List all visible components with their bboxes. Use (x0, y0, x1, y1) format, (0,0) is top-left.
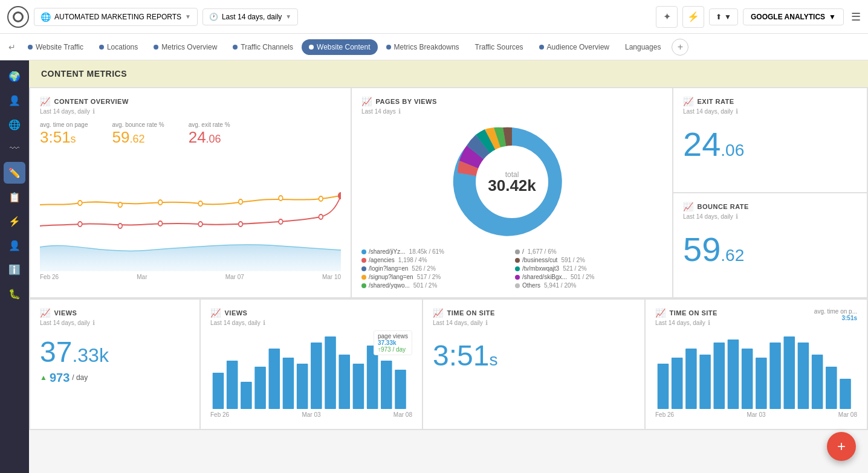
content-overview-chart (40, 150, 341, 271)
card-title-text: BOUNCE RATE (698, 203, 749, 210)
info-icon[interactable]: ℹ (92, 319, 95, 327)
sidebar-icon-edit[interactable]: ✏️ (4, 162, 25, 184)
legend-path: /shared/skiBgx... (522, 274, 567, 280)
legend-dot (515, 275, 520, 280)
legend-item: /shared/yqwo... 501 / 2% (361, 282, 509, 289)
card-subtitle: Last 14 days, daily ℹ (40, 108, 341, 115)
metric-label: avg. bounce rate % (112, 121, 164, 128)
metric-label: avg. exit rate % (189, 121, 230, 128)
svg-rect-28 (338, 355, 350, 409)
sidebar-icon-user[interactable]: 👤 (4, 89, 25, 111)
tab-traffic-channels[interactable]: Traffic Channels (225, 39, 300, 55)
metrics-row: avg. time on page 3:51s avg. bounce rate… (40, 121, 341, 147)
share-icon: ⬆ (716, 13, 722, 21)
tab-traffic-sources[interactable]: Traffic Sources (468, 39, 531, 55)
tab-website-traffic[interactable]: Website Traffic (21, 39, 91, 55)
ga-dropdown[interactable]: GOOGLE ANALYTICS ▼ (743, 8, 844, 25)
legend-item: /login?lang=en 526 / 2% (361, 265, 509, 272)
tab-website-content[interactable]: Website Content (302, 39, 378, 55)
info-icon[interactable]: ℹ (736, 213, 738, 220)
avg-badge: avg. time on p... 3:51s (814, 308, 857, 321)
sidebar-icon-location[interactable]: 🌐 (4, 114, 25, 135)
sidebar-icon-person[interactable]: 👤 (4, 234, 25, 256)
settings-icon-btn[interactable]: ⚡ (682, 6, 704, 28)
card-subtitle: Last 14 days ℹ (361, 108, 662, 115)
trend-icon: 📈 (210, 308, 221, 318)
svg-rect-38 (728, 339, 739, 409)
bottom-cards-grid: 📈 VIEWS Last 14 days, daily ℹ 37.33k ▲ 9… (29, 300, 868, 430)
legend-item: /agencies 1,198 / 4% (361, 257, 509, 263)
sidebar-icon-report[interactable]: 📋 (4, 186, 25, 208)
tab-audience-overview[interactable]: Audience Overview (532, 39, 617, 55)
tab-locations[interactable]: Locations (92, 39, 145, 55)
sidebar-icon-flash[interactable]: ⚡ (4, 210, 25, 232)
card-title: 📈 CONTENT OVERVIEW (40, 97, 341, 106)
sidebar-icon-wave[interactable]: 〰 (4, 138, 25, 159)
legend-item: /shared/skiBgx... 501 / 2% (515, 274, 662, 280)
svg-point-14 (319, 214, 323, 219)
legend-dot (361, 275, 366, 280)
legend-dot (361, 283, 366, 288)
info-icon[interactable]: ℹ (736, 108, 738, 115)
svg-rect-24 (283, 358, 294, 409)
legend-values: 526 / 2% (412, 265, 435, 272)
tab-dot (154, 45, 158, 50)
sidebar-icon-globe[interactable]: 🌍 (4, 65, 25, 87)
info-icon[interactable]: ℹ (263, 319, 265, 327)
sidebar-icon-bug[interactable]: 🐛 (4, 283, 25, 304)
legend-dot (515, 258, 520, 263)
add-tab-button[interactable]: + (672, 39, 688, 56)
views-day-label: / day (72, 373, 88, 382)
legend-item: /signup?lang=en 517 / 2% (361, 274, 509, 280)
views-per-day: ▲ 973 / day (40, 371, 190, 385)
svg-rect-39 (742, 349, 753, 409)
svg-rect-35 (685, 349, 697, 409)
legend-path: / (522, 248, 524, 255)
tab-languages[interactable]: Languages (618, 39, 668, 55)
svg-point-4 (239, 199, 243, 204)
card-title-text: TIME ON SITE (670, 309, 717, 317)
legend-path: /business/cut (522, 257, 557, 263)
card-subtitle: Last 14 days, daily ℹ (683, 108, 857, 115)
trend-icon: 📈 (683, 97, 694, 106)
info-icon[interactable]: ℹ (92, 108, 95, 115)
up-arrow-icon: ▲ (40, 373, 47, 382)
card-subtitle: Last 14 days, daily ℹ (655, 319, 717, 327)
exit-rate-value: 24.06 (683, 127, 857, 161)
legend-path: /signup?lang=en (369, 274, 413, 280)
card-subtitle: Last 14 days, daily ℹ (683, 213, 857, 220)
card-title-text: EXIT RATE (698, 98, 734, 105)
legend-values: 1,198 / 4% (398, 257, 427, 263)
trend-icon: 📈 (433, 308, 444, 318)
hamburger-menu[interactable]: ☰ (851, 10, 861, 24)
tab-metrics-overview[interactable]: Metrics Overview (146, 39, 224, 55)
top-cards-grid: 📈 CONTENT OVERVIEW Last 14 days, daily ℹ… (29, 87, 868, 300)
pages-by-views-card: 📈 PAGES BY VIEWS Last 14 days ℹ (352, 88, 672, 297)
info-icon[interactable]: ℹ (708, 319, 710, 327)
sidebar-icon-info[interactable]: ℹ️ (4, 259, 25, 280)
legend-item: /shared/jiYz... 18.45k / 61% (361, 248, 509, 255)
info-icon[interactable]: ℹ (398, 108, 401, 115)
tab-label: Website Content (317, 43, 371, 51)
card-title-text: CONTENT OVERVIEW (54, 98, 129, 105)
share-button[interactable]: ⬆ ▼ (709, 8, 738, 25)
svg-rect-23 (268, 349, 280, 409)
big-num-main: 24.06 (683, 125, 744, 163)
trend-icon: 📈 (683, 202, 694, 211)
svg-rect-33 (658, 364, 669, 409)
add-fab-button[interactable]: + (827, 432, 856, 461)
svg-point-9 (118, 224, 122, 228)
legend-item: / 1,677 / 6% (515, 248, 662, 255)
svg-text:30.42k: 30.42k (488, 176, 536, 195)
date-dropdown[interactable]: 🕐 Last 14 days, daily ▼ (202, 8, 298, 25)
x-axis-labels: Feb 26 Mar 03 Mar 08 (655, 409, 857, 420)
info-icon[interactable]: ℹ (485, 319, 488, 327)
report-dropdown[interactable]: 🌐 AUTOMATED MARKETING REPORTS ▼ (34, 8, 198, 26)
clock-icon: 🕐 (209, 13, 218, 21)
svg-point-11 (198, 222, 202, 227)
tab-metrics-breakdowns[interactable]: Metrics Breakdowns (379, 39, 467, 55)
svg-rect-45 (826, 367, 837, 409)
main-content: CONTENT METRICS 📈 CONTENT OVERVIEW Last … (29, 60, 868, 473)
nav-back-arrow[interactable]: ↵ (5, 40, 19, 54)
magic-button[interactable]: ✦ (656, 6, 678, 28)
